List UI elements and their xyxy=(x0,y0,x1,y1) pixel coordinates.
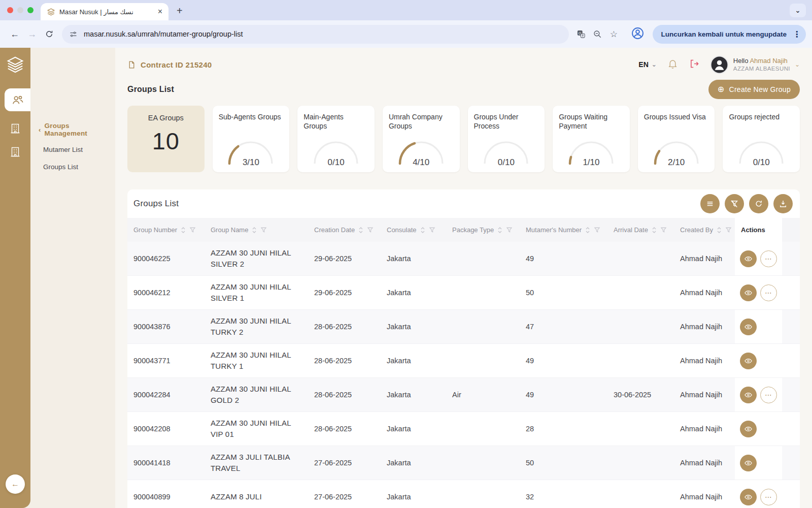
minimize-window-button[interactable] xyxy=(17,7,23,13)
rail-item-groups-active[interactable] xyxy=(5,88,30,111)
column-header[interactable]: Arrival Date xyxy=(607,218,674,242)
create-new-group-button[interactable]: ⊕ Create New Group xyxy=(708,80,800,99)
cell-consulate: Jakarta xyxy=(381,412,446,446)
stat-card-label: Sub-Agents Groups xyxy=(213,106,290,121)
browser-profile-button[interactable] xyxy=(631,26,645,42)
view-group-button[interactable] xyxy=(740,319,757,335)
notifications-button[interactable] xyxy=(667,58,678,71)
cell-creation-date: 27-06-2025 xyxy=(308,480,381,508)
filter-icon[interactable] xyxy=(594,227,600,233)
table-row[interactable]: 900046225 AZZAM 30 JUNI HILAL SILVER 2 2… xyxy=(127,242,800,276)
back-button[interactable]: ← xyxy=(6,25,23,43)
filter-icon[interactable] xyxy=(660,227,667,233)
refresh-button[interactable] xyxy=(749,194,768,213)
table-row[interactable]: 900042284 AZZAM 30 JUNI HILAL GOLD 2 28-… xyxy=(127,378,800,412)
forward-button[interactable]: → xyxy=(23,25,41,43)
rail-item-hotels[interactable] xyxy=(0,122,30,135)
stat-card[interactable]: Main-Agents Groups 0/10 xyxy=(297,106,375,172)
sort-icon[interactable] xyxy=(585,227,590,234)
sort-icon[interactable] xyxy=(652,227,657,234)
column-header[interactable]: Group Number xyxy=(127,218,205,242)
table-row[interactable]: 900040899 AZZAM 8 JULI 27-06-2025 Jakart… xyxy=(127,480,800,508)
view-group-button[interactable] xyxy=(740,421,757,437)
columns-menu-button[interactable] xyxy=(700,194,720,213)
filter-icon[interactable] xyxy=(367,227,374,233)
browser-menu-icon[interactable]: ⋮ xyxy=(793,29,801,39)
view-group-button[interactable] xyxy=(740,250,757,267)
tab-search-button[interactable]: ⌄ xyxy=(790,4,806,17)
column-header[interactable]: Creation Date xyxy=(308,218,381,242)
sort-icon[interactable] xyxy=(358,227,363,234)
rail-item-companies[interactable] xyxy=(0,146,30,158)
filter-icon[interactable] xyxy=(429,227,435,233)
column-header[interactable]: Mutamer's Number xyxy=(520,218,607,242)
view-group-button[interactable] xyxy=(740,387,757,403)
filter-icon[interactable] xyxy=(260,227,267,233)
sort-icon[interactable] xyxy=(420,227,425,234)
download-button[interactable] xyxy=(773,194,793,213)
column-header[interactable]: Consulate xyxy=(381,218,446,242)
stat-card-ea-groups[interactable]: EA Groups 10 xyxy=(127,106,205,172)
close-window-button[interactable] xyxy=(7,7,13,13)
reload-button[interactable] xyxy=(41,25,58,43)
view-group-button[interactable] xyxy=(740,455,757,471)
column-header[interactable]: Group Name xyxy=(205,218,308,242)
secondary-sidebar: ‹ Groups Management Mutamer List Groups … xyxy=(30,48,115,508)
site-settings-icon[interactable] xyxy=(69,30,78,39)
cell-mutamer-number: 49 xyxy=(520,344,607,377)
filter-icon[interactable] xyxy=(725,227,732,233)
stat-card[interactable]: Groups Waiting Payment 1/10 xyxy=(553,106,630,172)
sidebar-section-groups-management[interactable]: ‹ Groups Management xyxy=(39,122,111,137)
sort-icon[interactable] xyxy=(181,227,186,234)
logout-button[interactable] xyxy=(689,58,699,71)
stat-card[interactable]: Groups Issued Visa 2/10 xyxy=(638,106,715,172)
view-group-button[interactable] xyxy=(740,489,757,505)
language-selector[interactable]: EN ⌄ xyxy=(638,60,657,69)
new-tab-button[interactable]: + xyxy=(177,5,183,17)
view-group-button[interactable] xyxy=(740,353,757,369)
more-actions-button[interactable]: ⋯ xyxy=(760,489,777,505)
bookmark-button[interactable]: ☆ xyxy=(605,26,622,42)
cell-created-by: Ahmad Najih xyxy=(674,446,735,480)
url-text[interactable]: masar.nusuk.sa/umrah/mutamer-group/group… xyxy=(84,30,243,38)
sort-icon[interactable] xyxy=(497,227,502,234)
table-row[interactable]: 900046212 AZZAM 30 JUNI HILAL SILVER 1 2… xyxy=(127,276,800,310)
column-header[interactable]: Created By xyxy=(674,218,735,242)
sort-icon[interactable] xyxy=(717,227,722,234)
column-header[interactable]: Package Type xyxy=(446,218,520,242)
cell-consulate: Jakarta xyxy=(381,310,446,343)
collapse-sidebar-button[interactable]: ← xyxy=(6,474,25,494)
profile-icon xyxy=(631,26,645,40)
view-group-button[interactable] xyxy=(740,284,757,301)
translate-button[interactable]: G xyxy=(573,26,589,42)
more-actions-button[interactable]: ⋯ xyxy=(760,250,777,267)
url-bar[interactable]: masar.nusuk.sa/umrah/mutamer-group/group… xyxy=(62,25,569,44)
stat-card[interactable]: Sub-Agents Groups 3/10 xyxy=(213,106,290,172)
close-tab-icon[interactable]: × xyxy=(158,8,162,16)
sidebar-item-mutamer-list[interactable]: Mutamer List xyxy=(39,146,111,153)
cell-group-number: 900043771 xyxy=(127,344,205,377)
cell-actions xyxy=(735,344,782,377)
stat-card[interactable]: Groups rejected 0/10 xyxy=(723,106,800,172)
fullscreen-window-button[interactable] xyxy=(27,7,33,13)
table-row[interactable]: 900042208 AZZAM 30 JUNI HILAL VIP 01 28-… xyxy=(127,412,800,446)
relaunch-update-button[interactable]: Luncurkan kembali untuk mengupdate ⋮ xyxy=(653,25,806,44)
table-row[interactable]: 900043876 AZZAM 30 JUNI HILAL TURKY 2 28… xyxy=(127,310,800,344)
more-actions-button[interactable]: ⋯ xyxy=(760,284,777,301)
filter-icon[interactable] xyxy=(189,227,196,233)
table-row[interactable]: 900041418 AZZAM 3 JULI TALBIA TRAVEL 27-… xyxy=(127,446,800,480)
sort-icon[interactable] xyxy=(252,227,257,234)
more-actions-button[interactable]: ⋯ xyxy=(760,387,777,403)
browser-tab[interactable]: Masar Nusuk | نسك مسار × xyxy=(41,3,168,20)
user-menu[interactable]: Hello Ahmad Najih AZZAM ALBAESUNI ⌄ xyxy=(710,55,800,74)
column-header-label: Created By xyxy=(680,226,713,234)
sidebar-item-groups-list[interactable]: Groups List xyxy=(39,163,111,171)
filter-icon[interactable] xyxy=(506,227,513,233)
icon-rail: ← xyxy=(0,48,30,508)
clear-filters-button[interactable] xyxy=(725,194,744,213)
cell-group-number: 900046212 xyxy=(127,276,205,309)
stat-card[interactable]: Umrah Company Groups 4/10 xyxy=(383,106,460,172)
table-row[interactable]: 900043771 AZZAM 30 JUNI HILAL TURKY 1 28… xyxy=(127,344,800,378)
zoom-button[interactable] xyxy=(589,26,605,42)
stat-card[interactable]: Groups Under Process 0/10 xyxy=(468,106,545,172)
